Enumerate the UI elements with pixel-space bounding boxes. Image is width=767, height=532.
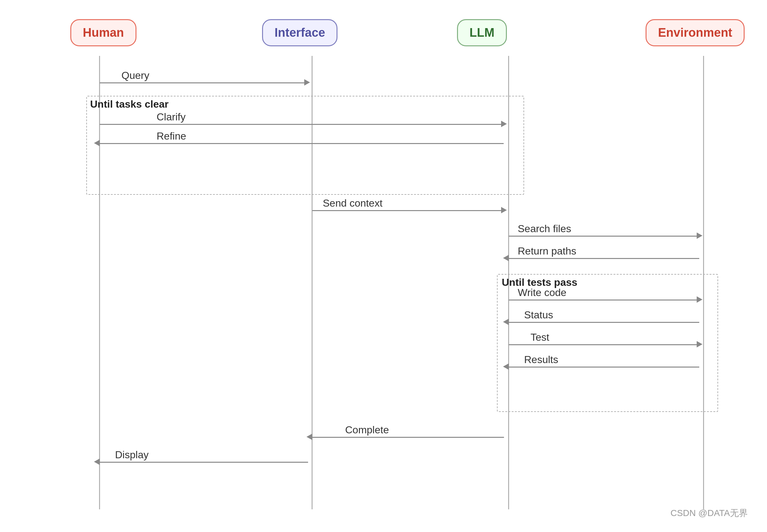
- message-query-line: [100, 82, 307, 83]
- actor-llm-label: LLM: [469, 26, 494, 39]
- message-sendcontext-line: [312, 210, 503, 211]
- message-query-arrowhead: [304, 79, 310, 86]
- message-sendcontext-arrowhead: [501, 207, 507, 213]
- message-refine-line: [100, 143, 504, 144]
- message-returnpaths-arrowhead: [503, 255, 509, 261]
- message-searchfiles-arrowhead: [697, 232, 703, 239]
- message-results-line: [509, 367, 699, 368]
- message-status-arrowhead: [503, 319, 509, 325]
- message-test-label: Test: [530, 331, 549, 343]
- message-results-arrowhead: [503, 363, 509, 370]
- actor-interface: Interface: [262, 19, 338, 46]
- message-searchfiles-label: Search files: [518, 223, 571, 235]
- message-display-label: Display: [115, 449, 148, 461]
- diagram: Human Interface LLM Environment Query Un…: [0, 0, 767, 532]
- message-complete-arrowhead: [307, 434, 312, 440]
- message-refine-arrowhead: [94, 140, 100, 146]
- message-clarify-line: [100, 124, 504, 125]
- message-writecode-line: [509, 300, 699, 300]
- message-returnpaths-label: Return paths: [518, 245, 576, 257]
- message-status-label: Status: [524, 309, 553, 321]
- message-refine-label: Refine: [156, 130, 186, 142]
- actor-human-label: Human: [83, 26, 124, 39]
- message-writecode-arrowhead: [697, 296, 703, 303]
- message-clarify-label: Clarify: [156, 111, 186, 123]
- message-writecode-label: Write code: [518, 287, 566, 299]
- message-results-label: Results: [524, 354, 558, 366]
- message-complete-label: Complete: [345, 424, 389, 436]
- watermark: CSDN @DATA无界: [671, 507, 748, 519]
- message-display-line: [100, 462, 308, 463]
- message-complete-line: [312, 437, 504, 438]
- actor-environment: Environment: [646, 19, 745, 46]
- actor-human: Human: [70, 19, 136, 46]
- message-status-line: [509, 322, 699, 323]
- message-returnpaths-line: [509, 258, 699, 259]
- actor-llm: LLM: [457, 19, 507, 46]
- message-test-line: [509, 344, 699, 345]
- loop-until-tasks-clear-label: Until tasks clear: [90, 98, 168, 110]
- actor-environment-label: Environment: [658, 26, 732, 39]
- message-display-arrowhead: [94, 459, 100, 465]
- message-sendcontext-label: Send context: [323, 197, 383, 209]
- loop-until-tasks-clear: [86, 96, 524, 195]
- actor-interface-label: Interface: [275, 26, 325, 39]
- message-searchfiles-line: [509, 236, 699, 237]
- message-query-label: Query: [121, 70, 149, 81]
- message-clarify-arrowhead: [501, 121, 507, 127]
- message-test-arrowhead: [697, 341, 703, 347]
